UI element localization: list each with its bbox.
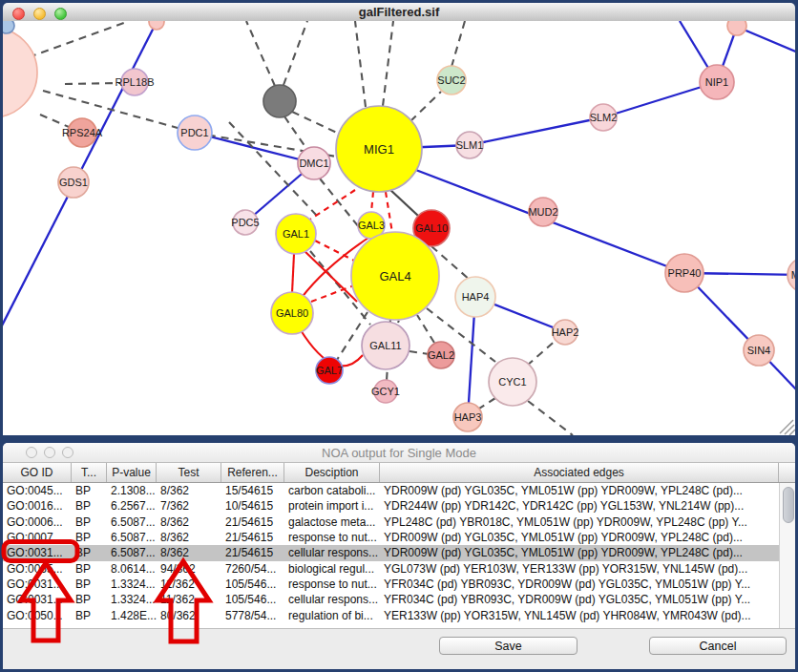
network-node-label: GAL10 xyxy=(415,222,448,234)
table-row[interactable]: GO:0007...BP6.5087...8/36221/54615respon… xyxy=(3,530,779,545)
column-header-t-[interactable]: T... xyxy=(72,463,107,482)
table-cell: 10/54615 xyxy=(221,498,284,514)
table-cell: response to nut... xyxy=(284,530,380,545)
table-cell: 1.3324... xyxy=(107,592,157,607)
table-cell: GO:0050... xyxy=(3,608,72,623)
graph-window-titlebar[interactable]: galFiltered.sif xyxy=(3,3,795,22)
table-row[interactable]: GO:0016...BP6.2567...7/36210/54615protei… xyxy=(3,498,779,514)
network-edge-pp xyxy=(470,117,603,145)
table-cell: BP xyxy=(72,592,107,607)
column-header-test[interactable]: Test xyxy=(157,463,221,482)
network-node-unlabeled[interactable] xyxy=(149,21,164,30)
table-cell: 94/362 xyxy=(157,561,221,577)
noa-window-title: NOA output for Single Mode xyxy=(322,446,476,460)
network-node-label: GAL1 xyxy=(283,228,309,240)
table-cell: 6.5087... xyxy=(107,530,157,545)
network-node-unlabeled[interactable] xyxy=(263,85,296,117)
network-edge-dash xyxy=(65,83,121,84)
network-edge-dash xyxy=(284,116,307,150)
network-node-label: PDC1 xyxy=(180,127,208,138)
table-body: GO:0045...BP2.1308...8/36215/54615carbon… xyxy=(3,483,779,628)
table-cell: BP xyxy=(72,608,107,623)
network-edge-reddash xyxy=(386,192,392,233)
network-canvas[interactable]: RPL18BRPS24AGDS1PDC1DMC1MIG1SUC2SLM1SLM2… xyxy=(3,21,795,435)
minimize-button-inactive[interactable] xyxy=(44,447,55,458)
table-cell: protein import i... xyxy=(284,498,380,514)
table-scrollbar[interactable] xyxy=(779,483,795,628)
table-cell: BP xyxy=(72,483,107,498)
network-edge-dash xyxy=(452,21,465,67)
network-node-label: MSL1 xyxy=(791,269,795,281)
column-header-go-id[interactable]: GO ID xyxy=(3,463,72,482)
network-node-unlabeled[interactable] xyxy=(3,28,37,117)
network-node-label: HAP2 xyxy=(552,326,579,338)
scrollbar-thumb[interactable] xyxy=(783,487,794,523)
network-node-label: PRP40 xyxy=(668,267,702,279)
close-button[interactable] xyxy=(12,8,25,20)
close-button-inactive[interactable] xyxy=(26,447,37,458)
network-node-label: PDC5 xyxy=(231,217,259,228)
minimize-button[interactable] xyxy=(33,8,46,20)
table-cell: 105/546... xyxy=(221,577,284,592)
table-row[interactable]: GO:0065...BP8.0614...94/3627260/54...bio… xyxy=(3,561,779,577)
column-header-desciption[interactable]: Desciption xyxy=(284,463,380,482)
zoom-button[interactable] xyxy=(54,8,67,20)
network-node-label: SIN4 xyxy=(747,345,770,356)
noa-window-titlebar[interactable]: NOA output for Single Mode xyxy=(3,443,795,463)
network-node-label: GCY1 xyxy=(371,386,400,397)
table-cell: GO:0065... xyxy=(3,561,72,577)
table-cell: BP xyxy=(72,498,107,514)
column-header-referen-[interactable]: Referen... xyxy=(221,463,284,482)
table-cell: BP xyxy=(72,545,107,560)
button-panel: Save Cancel xyxy=(3,628,795,669)
network-node-label: GAL80 xyxy=(276,307,308,319)
table-cell: 8.0614... xyxy=(107,561,157,577)
table-cell: 6.5087... xyxy=(107,545,157,560)
network-edge-dash xyxy=(528,401,573,435)
network-edge-dash xyxy=(355,21,366,107)
table-row[interactable]: GO:0006...BP6.5087...8/36221/54615galact… xyxy=(3,514,779,530)
zoom-button-inactive[interactable] xyxy=(62,447,74,458)
table-cell: BP xyxy=(72,561,107,577)
network-node-unlabeled[interactable] xyxy=(3,21,14,33)
table-row[interactable]: GO:0045...BP2.1308...8/36215/54615carbon… xyxy=(3,483,779,498)
network-edge-dash xyxy=(292,112,339,134)
table-cell: biological regul... xyxy=(284,561,380,577)
table-cell: 1.428E... xyxy=(107,608,157,623)
table-cell: response to nut... xyxy=(284,577,380,592)
network-edge-red xyxy=(292,254,294,293)
table-row[interactable]: GO:0031...BP1.3324...11/362105/546...res… xyxy=(3,577,779,592)
table-cell: 8/362 xyxy=(157,545,221,560)
table-row[interactable]: GO:0031...BP1.3324...11/362105/546...cel… xyxy=(3,592,779,607)
network-edge-dash xyxy=(410,92,441,121)
network-node-label: MIG1 xyxy=(364,142,394,157)
network-node-label: GAL7 xyxy=(316,365,343,376)
table-cell: 7260/54... xyxy=(221,561,284,577)
column-header-p-value[interactable]: P-value xyxy=(107,463,157,482)
cancel-button[interactable]: Cancel xyxy=(649,637,787,655)
table-cell: YDR009W (pd) YGL035C, YML051W (pp) YDR00… xyxy=(380,530,779,545)
network-node-label: HAP3 xyxy=(454,411,482,423)
save-button[interactable]: Save xyxy=(439,637,578,655)
network-edge-dash xyxy=(417,315,434,343)
network-node-label: RPL18B xyxy=(116,76,155,88)
network-node-label: GAL3 xyxy=(358,220,385,231)
table-cell: YDR009W (pd) YGL035C, YML051W (pp) YDR00… xyxy=(380,545,779,560)
network-node-label: SLM2 xyxy=(590,112,618,123)
table-cell: regulation of bi... xyxy=(284,608,380,623)
table-row[interactable]: GO:0031...BP6.5087...8/36221/54615cellul… xyxy=(3,545,779,560)
graph-window-title: galFiltered.sif xyxy=(359,5,440,19)
table-cell: carbon cataboli... xyxy=(284,483,380,498)
table-cell: 6.5087... xyxy=(107,514,157,530)
network-node-unlabeled[interactable] xyxy=(727,21,746,35)
table-cell: YGL073W (pd) YER103W, YER133W (pp) YOR31… xyxy=(380,561,779,577)
column-header-associated-edges[interactable]: Associated edges xyxy=(380,463,779,482)
network-edge-red xyxy=(304,250,357,302)
graph-window-controls xyxy=(12,8,67,20)
network-node-label: GAL4 xyxy=(379,269,410,284)
network-node-label: CYC1 xyxy=(498,376,526,388)
table-row[interactable]: GO:0050...BP1.428E...80/3625778/54...reg… xyxy=(3,608,779,623)
network-edge-reddash xyxy=(305,190,355,222)
table-cell: 80/362 xyxy=(157,608,221,623)
network-node-label: HAP4 xyxy=(462,291,490,303)
